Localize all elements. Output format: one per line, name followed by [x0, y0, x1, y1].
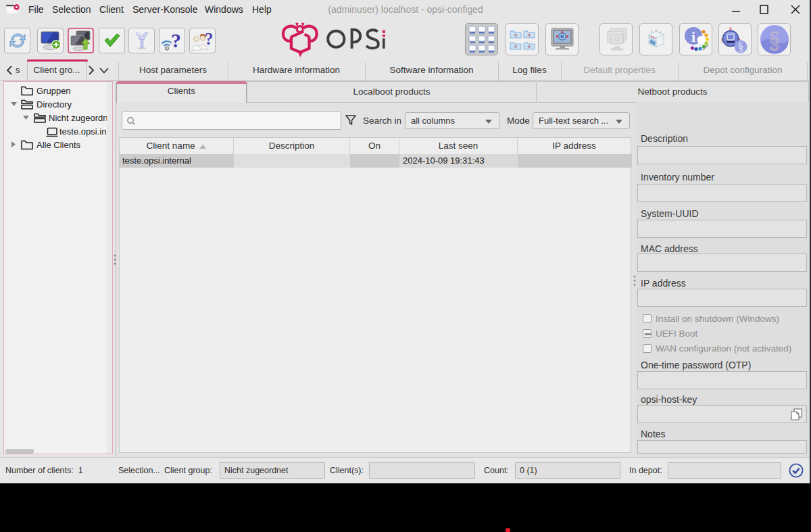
svg-text:?: ? — [171, 30, 181, 51]
svg-text:§: § — [738, 41, 743, 53]
svg-text:?: ? — [205, 30, 214, 48]
svg-text:i: i — [691, 28, 695, 45]
svg-text:§: § — [768, 27, 780, 52]
